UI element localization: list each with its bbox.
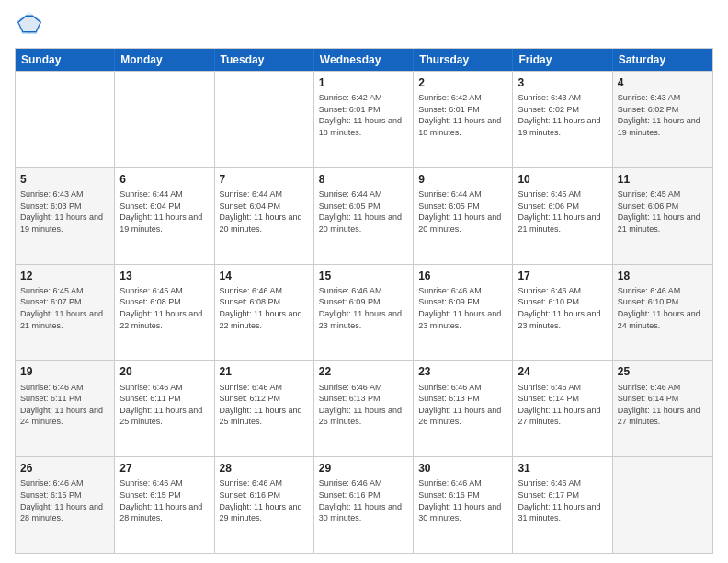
day-number: 24 bbox=[518, 364, 607, 379]
day-info: Sunrise: 6:45 AM Sunset: 6:06 PM Dayligh… bbox=[518, 189, 607, 235]
calendar: SundayMondayTuesdayWednesdayThursdayFrid… bbox=[15, 48, 713, 554]
day-number: 14 bbox=[220, 269, 309, 283]
logo bbox=[15, 11, 42, 40]
page: SundayMondayTuesdayWednesdayThursdayFrid… bbox=[0, 0, 728, 563]
day-number: 25 bbox=[618, 364, 708, 379]
day-number: 4 bbox=[618, 75, 708, 90]
day-number: 30 bbox=[418, 461, 507, 476]
day-number: 7 bbox=[220, 172, 309, 187]
calendar-header-row: SundayMondayTuesdayWednesdayThursdayFrid… bbox=[16, 49, 712, 71]
day-number: 16 bbox=[418, 269, 507, 283]
cal-cell: 2Sunrise: 6:42 AM Sunset: 6:01 PM Daylig… bbox=[414, 72, 513, 167]
week-row-2: 5Sunrise: 6:43 AM Sunset: 6:03 PM Daylig… bbox=[16, 167, 712, 264]
cal-cell bbox=[613, 457, 712, 553]
cal-cell: 10Sunrise: 6:45 AM Sunset: 6:06 PM Dayli… bbox=[513, 168, 612, 264]
day-info: Sunrise: 6:43 AM Sunset: 6:02 PM Dayligh… bbox=[518, 92, 607, 138]
cal-cell: 6Sunrise: 6:44 AM Sunset: 6:04 PM Daylig… bbox=[115, 168, 214, 264]
day-info: Sunrise: 6:44 AM Sunset: 6:04 PM Dayligh… bbox=[220, 189, 309, 235]
week-row-5: 26Sunrise: 6:46 AM Sunset: 6:15 PM Dayli… bbox=[16, 456, 712, 553]
day-number: 27 bbox=[119, 461, 209, 476]
header-day-saturday: Saturday bbox=[613, 49, 712, 71]
cal-cell: 20Sunrise: 6:46 AM Sunset: 6:11 PM Dayli… bbox=[115, 361, 214, 456]
day-info: Sunrise: 6:45 AM Sunset: 6:08 PM Dayligh… bbox=[119, 285, 209, 331]
cal-cell: 25Sunrise: 6:46 AM Sunset: 6:14 PM Dayli… bbox=[613, 361, 712, 456]
cal-cell: 26Sunrise: 6:46 AM Sunset: 6:15 PM Dayli… bbox=[16, 457, 115, 553]
day-number: 9 bbox=[418, 172, 507, 187]
week-row-4: 19Sunrise: 6:46 AM Sunset: 6:11 PM Dayli… bbox=[16, 360, 712, 456]
day-number: 19 bbox=[20, 364, 109, 379]
day-number: 18 bbox=[618, 269, 708, 283]
cal-cell: 28Sunrise: 6:46 AM Sunset: 6:16 PM Dayli… bbox=[215, 457, 314, 553]
day-info: Sunrise: 6:46 AM Sunset: 6:13 PM Dayligh… bbox=[319, 382, 408, 428]
day-number: 1 bbox=[319, 75, 408, 90]
day-info: Sunrise: 6:46 AM Sunset: 6:09 PM Dayligh… bbox=[319, 285, 408, 331]
cal-cell: 14Sunrise: 6:46 AM Sunset: 6:08 PM Dayli… bbox=[215, 265, 314, 361]
header-day-friday: Friday bbox=[513, 49, 612, 71]
cal-cell: 18Sunrise: 6:46 AM Sunset: 6:10 PM Dayli… bbox=[613, 265, 712, 361]
day-info: Sunrise: 6:46 AM Sunset: 6:15 PM Dayligh… bbox=[119, 477, 209, 523]
week-row-1: 1Sunrise: 6:42 AM Sunset: 6:01 PM Daylig… bbox=[16, 71, 712, 167]
day-info: Sunrise: 6:46 AM Sunset: 6:10 PM Dayligh… bbox=[518, 285, 607, 331]
cal-cell: 1Sunrise: 6:42 AM Sunset: 6:01 PM Daylig… bbox=[314, 72, 414, 167]
day-number: 20 bbox=[119, 364, 209, 379]
day-info: Sunrise: 6:46 AM Sunset: 6:12 PM Dayligh… bbox=[220, 382, 309, 428]
cal-cell: 17Sunrise: 6:46 AM Sunset: 6:10 PM Dayli… bbox=[513, 265, 612, 361]
cal-cell: 9Sunrise: 6:44 AM Sunset: 6:05 PM Daylig… bbox=[414, 168, 513, 264]
day-info: Sunrise: 6:46 AM Sunset: 6:14 PM Dayligh… bbox=[518, 382, 607, 428]
cal-cell: 7Sunrise: 6:44 AM Sunset: 6:04 PM Daylig… bbox=[215, 168, 314, 264]
day-number: 2 bbox=[418, 75, 507, 90]
day-info: Sunrise: 6:46 AM Sunset: 6:11 PM Dayligh… bbox=[20, 382, 109, 428]
day-number: 21 bbox=[220, 364, 309, 379]
cal-cell: 21Sunrise: 6:46 AM Sunset: 6:12 PM Dayli… bbox=[215, 361, 314, 456]
cal-cell: 15Sunrise: 6:46 AM Sunset: 6:09 PM Dayli… bbox=[314, 265, 414, 361]
day-info: Sunrise: 6:46 AM Sunset: 6:16 PM Dayligh… bbox=[418, 477, 507, 523]
header-day-tuesday: Tuesday bbox=[215, 49, 314, 71]
day-info: Sunrise: 6:44 AM Sunset: 6:05 PM Dayligh… bbox=[418, 189, 507, 235]
cal-cell: 3Sunrise: 6:43 AM Sunset: 6:02 PM Daylig… bbox=[513, 72, 612, 167]
cal-cell: 24Sunrise: 6:46 AM Sunset: 6:14 PM Dayli… bbox=[513, 361, 612, 456]
cal-cell bbox=[115, 72, 214, 167]
cal-cell: 22Sunrise: 6:46 AM Sunset: 6:13 PM Dayli… bbox=[314, 361, 414, 456]
day-number: 26 bbox=[20, 461, 109, 476]
day-info: Sunrise: 6:45 AM Sunset: 6:07 PM Dayligh… bbox=[20, 285, 109, 331]
day-info: Sunrise: 6:43 AM Sunset: 6:03 PM Dayligh… bbox=[20, 189, 109, 235]
day-info: Sunrise: 6:42 AM Sunset: 6:01 PM Dayligh… bbox=[418, 92, 507, 138]
day-info: Sunrise: 6:44 AM Sunset: 6:04 PM Dayligh… bbox=[119, 189, 209, 235]
day-number: 28 bbox=[220, 461, 309, 476]
day-number: 12 bbox=[20, 269, 109, 283]
day-number: 31 bbox=[518, 461, 607, 476]
cal-cell: 8Sunrise: 6:44 AM Sunset: 6:05 PM Daylig… bbox=[314, 168, 414, 264]
cal-cell bbox=[215, 72, 314, 167]
day-number: 17 bbox=[518, 269, 607, 283]
header bbox=[15, 11, 713, 40]
cal-cell: 4Sunrise: 6:43 AM Sunset: 6:02 PM Daylig… bbox=[613, 72, 712, 167]
day-info: Sunrise: 6:46 AM Sunset: 6:08 PM Dayligh… bbox=[220, 285, 309, 331]
day-info: Sunrise: 6:46 AM Sunset: 6:13 PM Dayligh… bbox=[418, 382, 507, 428]
day-number: 15 bbox=[319, 269, 408, 283]
day-info: Sunrise: 6:46 AM Sunset: 6:14 PM Dayligh… bbox=[618, 382, 708, 428]
day-number: 10 bbox=[518, 172, 607, 187]
header-day-monday: Monday bbox=[115, 49, 214, 71]
cal-cell: 16Sunrise: 6:46 AM Sunset: 6:09 PM Dayli… bbox=[414, 265, 513, 361]
header-day-sunday: Sunday bbox=[16, 49, 115, 71]
cal-cell: 5Sunrise: 6:43 AM Sunset: 6:03 PM Daylig… bbox=[16, 168, 115, 264]
day-info: Sunrise: 6:44 AM Sunset: 6:05 PM Dayligh… bbox=[319, 189, 408, 235]
cal-cell: 31Sunrise: 6:46 AM Sunset: 6:17 PM Dayli… bbox=[513, 457, 612, 553]
day-number: 29 bbox=[319, 461, 408, 476]
cal-cell: 30Sunrise: 6:46 AM Sunset: 6:16 PM Dayli… bbox=[414, 457, 513, 553]
day-number: 8 bbox=[319, 172, 408, 187]
cal-cell bbox=[16, 72, 115, 167]
day-number: 23 bbox=[418, 364, 507, 379]
day-info: Sunrise: 6:46 AM Sunset: 6:10 PM Dayligh… bbox=[618, 285, 708, 331]
day-info: Sunrise: 6:42 AM Sunset: 6:01 PM Dayligh… bbox=[319, 92, 408, 138]
day-info: Sunrise: 6:43 AM Sunset: 6:02 PM Dayligh… bbox=[618, 92, 708, 138]
day-number: 11 bbox=[618, 172, 708, 187]
cal-cell: 19Sunrise: 6:46 AM Sunset: 6:11 PM Dayli… bbox=[16, 361, 115, 456]
calendar-body: 1Sunrise: 6:42 AM Sunset: 6:01 PM Daylig… bbox=[16, 71, 712, 553]
day-info: Sunrise: 6:46 AM Sunset: 6:16 PM Dayligh… bbox=[220, 477, 309, 523]
logo-icon bbox=[17, 11, 42, 37]
day-info: Sunrise: 6:45 AM Sunset: 6:06 PM Dayligh… bbox=[618, 189, 708, 235]
day-number: 22 bbox=[319, 364, 408, 379]
cal-cell: 12Sunrise: 6:45 AM Sunset: 6:07 PM Dayli… bbox=[16, 265, 115, 361]
header-day-wednesday: Wednesday bbox=[314, 49, 414, 71]
